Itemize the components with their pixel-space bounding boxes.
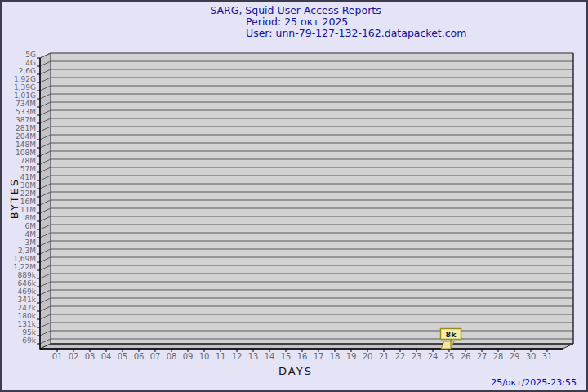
x-tick-label: 17 — [310, 352, 327, 362]
x-tick-label: 06 — [130, 352, 148, 362]
x-tick-label: 21 — [375, 352, 393, 362]
x-tick-label: 10 — [195, 352, 213, 362]
chart-canvas: 8k — [2, 2, 588, 392]
x-tick-label: 01 — [48, 352, 66, 362]
x-tick-label: 26 — [457, 352, 474, 362]
generated-timestamp: 25/окт/2025-23:55 — [491, 377, 577, 388]
x-tick-label: 20 — [359, 352, 376, 362]
x-tick-label: 16 — [293, 352, 311, 362]
x-tick-label: 31 — [538, 352, 556, 362]
x-tick-label: 28 — [489, 352, 507, 362]
report-canvas: SARG, Squid User Access Reports Period: … — [0, 0, 588, 392]
x-tick-label: 08 — [163, 352, 180, 362]
x-tick-label: 18 — [326, 352, 344, 362]
plot-floor — [40, 344, 573, 349]
x-tick-label: 02 — [65, 352, 82, 362]
x-tick-label: 13 — [244, 352, 262, 362]
x-tick-label: 25 — [440, 352, 458, 362]
sarg-report-screenshot: { "header": { "title": "SARG, Squid User… — [0, 0, 588, 392]
x-tick-label: 27 — [473, 352, 491, 362]
bar-chart-area: 8k5G4G2,6G1,92G1,39G1,01G734M533M387M281… — [2, 2, 588, 392]
x-tick-label: 19 — [342, 352, 360, 362]
plot-face — [51, 53, 573, 344]
x-tick-label: 15 — [277, 352, 295, 362]
y-tick-label: 69k — [2, 336, 36, 345]
x-tick-label: 24 — [424, 352, 442, 362]
x-tick-label: 14 — [261, 352, 278, 362]
x-tick-label: 11 — [212, 352, 229, 362]
x-axis-title: DAYS — [2, 365, 588, 377]
x-tick-label: 22 — [391, 352, 409, 362]
x-tick-label: 12 — [228, 352, 246, 362]
x-tick-label: 29 — [506, 352, 523, 362]
x-tick-label: 04 — [97, 352, 115, 362]
x-tick-label: 03 — [81, 352, 99, 362]
x-tick-label: 09 — [179, 352, 197, 362]
y-axis-title: BYTES — [8, 178, 20, 220]
x-tick-label: 07 — [146, 352, 164, 362]
x-tick-label: 23 — [408, 352, 425, 362]
x-tick-label: 05 — [114, 352, 131, 362]
value-callout-label: 8k — [446, 330, 457, 339]
x-tick-label: 30 — [522, 352, 540, 362]
